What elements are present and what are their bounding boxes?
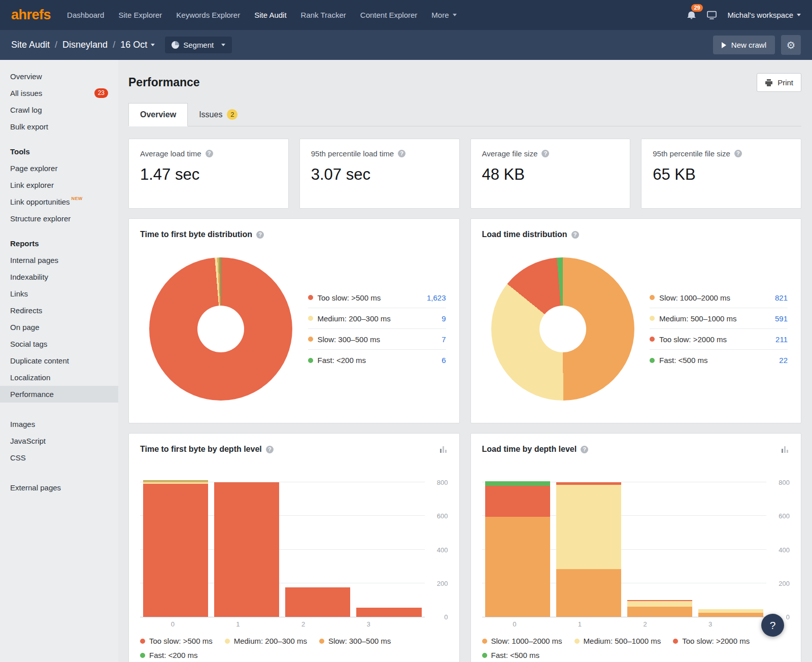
- legend-item[interactable]: Slow: 1000–2000 ms: [482, 637, 562, 645]
- legend-dot: [574, 639, 580, 644]
- help-tooltip-icon[interactable]: ?: [206, 150, 213, 157]
- legend-count-link[interactable]: 591: [775, 314, 788, 323]
- legend-count-link[interactable]: 9: [442, 314, 446, 323]
- help-tooltip-icon[interactable]: ?: [571, 231, 579, 239]
- breadcrumb: Site Audit Disneyland 16 Oct: [11, 40, 155, 50]
- tab-issues[interactable]: Issues 2: [188, 103, 249, 126]
- x-tick-label: 2: [270, 620, 336, 628]
- legend-count-link[interactable]: 22: [779, 356, 788, 365]
- help-tooltip-icon[interactable]: ?: [734, 150, 742, 157]
- printer-icon: [765, 79, 773, 87]
- legend-count-link[interactable]: 1,623: [427, 293, 446, 302]
- legend-item[interactable]: Too slow: >500 ms: [140, 637, 213, 645]
- breadcrumb-site-audit[interactable]: Site Audit: [11, 40, 50, 50]
- help-button[interactable]: ?: [761, 614, 784, 637]
- crawl-date-selector[interactable]: 16 Oct: [120, 40, 155, 50]
- legend-row: Fast: <200 ms 6: [308, 350, 446, 371]
- sidebar-item-bulk-export[interactable]: Bulk export: [0, 118, 118, 135]
- legend-item[interactable]: Medium: 500–1000 ms: [574, 637, 661, 645]
- help-tooltip-icon[interactable]: ?: [398, 150, 405, 157]
- legend-item[interactable]: Fast: <200 ms: [140, 651, 197, 659]
- sidebar-item-social-tags[interactable]: Social tags: [0, 336, 118, 352]
- workspace-menu[interactable]: Michal's workspace: [727, 11, 801, 19]
- pie-chart-icon: [172, 41, 179, 49]
- bar-depth-2: [624, 482, 695, 617]
- sidebar-item-on-page[interactable]: On page: [0, 319, 118, 336]
- legend-count-link[interactable]: 211: [775, 335, 788, 344]
- print-button[interactable]: Print: [757, 73, 801, 92]
- sidebar-item-links[interactable]: Links: [0, 285, 118, 302]
- legend-count-link[interactable]: 7: [442, 335, 446, 344]
- nav-item-site-explorer[interactable]: Site Explorer: [118, 11, 162, 19]
- sidebar-item-overview[interactable]: Overview: [0, 68, 118, 85]
- sidebar-item-page-explorer[interactable]: Page explorer: [0, 160, 118, 177]
- notifications-button[interactable]: 29: [687, 9, 696, 22]
- chart-type-button[interactable]: [440, 446, 448, 453]
- x-tick-label: 3: [336, 620, 401, 628]
- help-tooltip-icon[interactable]: ?: [581, 446, 588, 453]
- sidebar-item-localization[interactable]: Localization: [0, 369, 118, 386]
- nav-item-dashboard[interactable]: Dashboard: [67, 11, 104, 19]
- bar-depth-3: [353, 482, 424, 617]
- load-time-distribution-donut: [491, 257, 634, 401]
- help-tooltip-icon[interactable]: ?: [542, 150, 549, 157]
- nav-item-more[interactable]: More: [431, 11, 456, 19]
- nav-item-site-audit[interactable]: Site Audit: [254, 11, 286, 19]
- sidebar-item-crawl-log[interactable]: Crawl log: [0, 102, 118, 118]
- print-label: Print: [777, 78, 793, 87]
- sidebar-item-link-explorer[interactable]: Link explorer: [0, 177, 118, 193]
- settings-button[interactable]: [781, 35, 801, 55]
- help-tooltip-icon[interactable]: ?: [256, 231, 264, 239]
- sidebar-item-css[interactable]: CSS: [0, 449, 118, 466]
- sidebar-item-images[interactable]: Images: [0, 416, 118, 433]
- new-crawl-button[interactable]: New crawl: [713, 36, 775, 54]
- issues-count-badge: 2: [227, 109, 238, 120]
- nav-item-keywords-explorer[interactable]: Keywords Explorer: [176, 11, 240, 19]
- sidebar-item-internal-pages[interactable]: Internal pages: [0, 252, 118, 269]
- sidebar-item-structure-explorer[interactable]: Structure explorer: [0, 210, 118, 227]
- sidebar-item-javascript[interactable]: JavaScript: [0, 433, 118, 449]
- chevron-down-icon: [221, 44, 225, 46]
- bar-depth-1: [211, 482, 282, 617]
- chart-title: Time to first byte distribution: [140, 230, 252, 239]
- new-crawl-label: New crawl: [731, 41, 766, 49]
- chart-type-button[interactable]: [782, 446, 790, 453]
- legend-item[interactable]: Medium: 200–300 ms: [225, 637, 307, 645]
- ttfb-by-depth-card: Time to first byte by depth level ? 0200…: [128, 433, 460, 662]
- devices-button[interactable]: [706, 11, 717, 19]
- sidebar-item-external-pages[interactable]: External pages: [0, 479, 118, 496]
- sidebar-item-redirects[interactable]: Redirects: [0, 302, 118, 319]
- nav-item-content-explorer[interactable]: Content Explorer: [360, 11, 418, 19]
- x-tick-label: 2: [613, 620, 678, 628]
- legend-count-link[interactable]: 821: [775, 293, 788, 302]
- nav-item-rank-tracker[interactable]: Rank Tracker: [301, 11, 346, 19]
- tab-overview[interactable]: Overview: [128, 103, 188, 126]
- bar-depth-2: [282, 482, 353, 617]
- sidebar-item-all-issues[interactable]: All issues 23: [0, 85, 118, 102]
- legend-item[interactable]: Fast: <500 ms: [482, 651, 539, 659]
- x-tick-label: 3: [678, 620, 743, 628]
- legend-row: Too slow: >2000 ms 211: [650, 329, 788, 350]
- legend-dot: [308, 337, 313, 342]
- stat-value: 3.07 sec: [311, 165, 448, 184]
- chart-title: Load time by depth level: [482, 445, 577, 454]
- sidebar-item-performance[interactable]: Performance: [0, 386, 118, 403]
- x-tick-label: 1: [206, 620, 271, 628]
- play-icon: [722, 42, 726, 48]
- sidebar-item-duplicate-content[interactable]: Duplicate content: [0, 352, 118, 369]
- workspace-name: Michal's workspace: [727, 11, 793, 19]
- breadcrumb-project[interactable]: Disneyland: [62, 40, 108, 50]
- segment-button[interactable]: Segment: [165, 37, 232, 53]
- legend-item[interactable]: Too slow: >2000 ms: [673, 637, 750, 645]
- sidebar-item-indexability[interactable]: Indexability: [0, 269, 118, 285]
- ttfb-distribution-card: Time to first byte distribution ? Too sl…: [128, 218, 460, 423]
- help-tooltip-icon[interactable]: ?: [266, 446, 274, 453]
- sidebar-item-link-opportunities[interactable]: Link opportunities NEW: [0, 193, 118, 210]
- legend-dot: [319, 639, 324, 644]
- legend-count-link[interactable]: 6: [442, 356, 446, 365]
- legend-item[interactable]: Slow: 300–500 ms: [319, 637, 391, 645]
- x-tick-label: 0: [482, 620, 548, 628]
- ahrefs-logo[interactable]: ahrefs: [11, 7, 51, 23]
- breadcrumb-separator: [113, 40, 115, 50]
- sidebar: Overview All issues 23 Crawl log Bulk ex…: [0, 60, 118, 662]
